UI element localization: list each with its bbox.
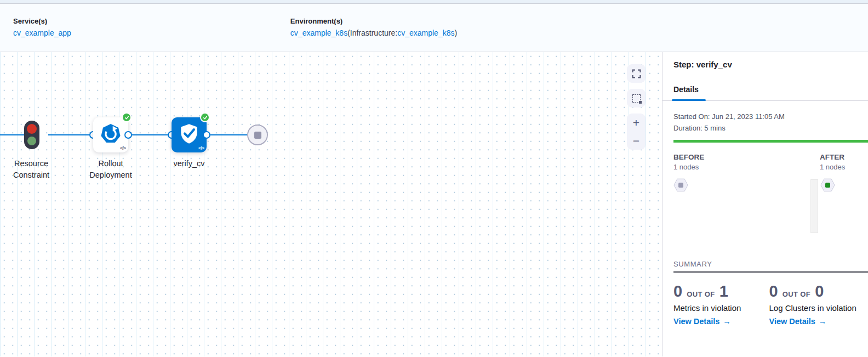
logs-violation-count: 0 xyxy=(769,282,778,301)
resource-constraint-node[interactable] xyxy=(24,121,39,149)
infrastructure-suffix: ) xyxy=(454,29,457,37)
metrics-caption: Metrics in violation xyxy=(673,303,769,313)
summary-label: SUMMARY xyxy=(673,260,712,268)
fullscreen-button[interactable] xyxy=(627,64,646,83)
stop-icon xyxy=(254,132,261,139)
metrics-total-count: 1 xyxy=(719,282,728,301)
pipeline-canvas[interactable]: Resource Constraint </> Rollout Deployme… xyxy=(0,52,662,356)
success-check-badge xyxy=(200,112,210,122)
before-node-hexagon[interactable] xyxy=(673,178,688,194)
verify-cv-node[interactable]: </> xyxy=(172,117,207,152)
rollout-deployment-label: Rollout Deployment xyxy=(77,158,145,181)
tab-details[interactable]: Details xyxy=(673,85,699,94)
zoom-controls: + − xyxy=(627,114,646,150)
verify-cv-label: verify_cv xyxy=(155,158,223,169)
success-check-badge xyxy=(122,112,132,122)
traffic-red-light xyxy=(27,124,37,134)
metrics-violation-count: 0 xyxy=(673,282,682,301)
step-progress-bar xyxy=(673,140,868,143)
started-on-text: Started On: Jun 21, 2023 11:05 AM xyxy=(673,112,785,121)
pipeline-end-node xyxy=(247,124,268,145)
after-node-hexagon[interactable] xyxy=(820,178,835,194)
marquee-select-button[interactable] xyxy=(627,89,646,107)
zoom-out-button[interactable]: − xyxy=(627,132,646,150)
infrastructure-prefix: (Infrastructure: xyxy=(347,29,397,37)
active-tab-indicator xyxy=(672,99,706,101)
view-details-text: View Details xyxy=(769,317,815,326)
logs-view-details-link[interactable]: View Details → xyxy=(769,317,865,326)
metrics-summary: 0 OUT OF 1 Metrics in violation View Det… xyxy=(673,282,769,326)
logs-summary: 0 OUT OF 0 Log Clusters in violation Vie… xyxy=(769,282,865,326)
edge-line xyxy=(48,134,92,135)
environment-link[interactable]: cv_example_k8s xyxy=(290,29,347,37)
execution-context-header: Service(s) cv_example_app Environment(s)… xyxy=(0,4,868,52)
connector-port xyxy=(203,131,210,139)
before-label: BEFORE xyxy=(673,153,704,161)
view-details-text: View Details xyxy=(673,317,719,326)
code-icon: </> xyxy=(120,145,125,151)
code-icon: </> xyxy=(198,145,204,151)
logs-total-count: 0 xyxy=(815,282,824,301)
after-label: AFTER xyxy=(820,153,844,161)
edge-line xyxy=(132,134,168,135)
environment-value: cv_example_k8s(Infrastructure:cv_example… xyxy=(290,29,457,37)
step-details-panel: Step: verify_cv Details Started On: Jun … xyxy=(662,52,868,356)
shield-check-icon xyxy=(178,122,201,148)
service-label: Service(s) xyxy=(13,17,71,25)
zoom-in-button[interactable]: + xyxy=(627,114,646,132)
service-group: Service(s) cv_example_app xyxy=(13,17,71,37)
out-of-label: OUT OF xyxy=(783,290,811,298)
marquee-select-icon xyxy=(632,94,641,103)
metrics-counts: 0 OUT OF 1 xyxy=(673,282,728,301)
summary-columns: 0 OUT OF 1 Metrics in violation View Det… xyxy=(673,282,865,326)
arrow-right-icon: → xyxy=(819,317,827,326)
panel-title: Step: verify_cv xyxy=(673,60,732,69)
service-link[interactable]: cv_example_app xyxy=(13,29,71,37)
infrastructure-link[interactable]: cv_example_k8s xyxy=(397,29,454,37)
rollout-deployment-node[interactable]: </> xyxy=(93,117,128,152)
edge-line xyxy=(210,134,248,135)
after-count: 1 nodes xyxy=(820,163,845,171)
logs-counts: 0 OUT OF 0 xyxy=(769,282,824,301)
before-after-divider xyxy=(810,179,818,233)
edge-line xyxy=(0,134,25,135)
before-count: 1 nodes xyxy=(673,163,699,171)
environment-group: Environment(s) cv_example_k8s(Infrastruc… xyxy=(290,17,457,37)
traffic-green-light xyxy=(27,137,36,145)
connector-port xyxy=(124,131,132,139)
out-of-label: OUT OF xyxy=(687,290,715,298)
summary-divider xyxy=(673,271,868,273)
arrow-right-icon: → xyxy=(723,317,731,326)
metrics-view-details-link[interactable]: View Details → xyxy=(673,317,769,326)
environment-label: Environment(s) xyxy=(290,17,457,25)
fullscreen-icon xyxy=(631,69,642,79)
duration-text: Duration: 5 mins xyxy=(673,124,726,132)
rollout-deployment-icon xyxy=(100,123,121,146)
logs-caption: Log Clusters in violation xyxy=(769,303,865,313)
resource-constraint-label: Resource Constraint xyxy=(0,158,65,181)
browser-top-strip xyxy=(0,0,868,4)
